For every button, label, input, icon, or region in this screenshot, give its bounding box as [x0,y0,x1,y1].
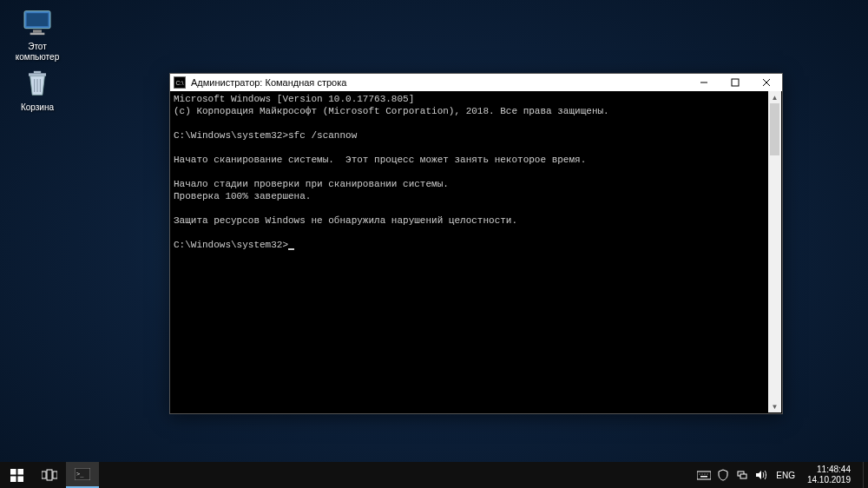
svg-rect-17 [42,472,46,478]
desktop-icon-recycle-bin[interactable]: Корзина [7,66,68,113]
svg-rect-4 [29,73,46,76]
cmd-line: Начато сканирование системы. Этот процес… [174,155,586,165]
svg-rect-16 [17,476,23,482]
tray-language[interactable]: ENG [773,471,799,480]
scroll-thumb[interactable] [770,103,779,155]
cursor [288,248,294,250]
taskbar-cmd-button[interactable]: >_ [66,462,99,488]
maximize-button[interactable] [720,74,751,91]
cmd-line: Защита ресурсов Windows не обнаружила на… [174,215,517,226]
tray-volume-icon[interactable] [753,462,769,488]
cmd-prompt: C:\Windows\system32> [174,240,288,250]
scroll-up-arrow[interactable]: ▲ [768,91,781,103]
cmd-line: Microsoft Windows [Version 10.0.17763.80… [174,94,414,104]
svg-rect-15 [10,476,16,482]
desktop-icon-label: Корзина [7,102,68,113]
svg-rect-14 [17,469,23,475]
svg-rect-10 [732,79,739,86]
tray-network-icon[interactable] [734,462,750,488]
svg-point-24 [700,474,700,475]
desktop-icon-label: Этот компьютер [7,42,68,63]
show-desktop-button[interactable] [863,462,868,488]
cmd-line: Проверка 100% завершена. [174,191,311,201]
svg-rect-5 [34,71,41,74]
tray-clock[interactable]: 11:48:44 14.10.2019 [802,465,856,485]
svg-rect-19 [53,472,57,478]
desktop: Этот компьютер Корзина C:\ Администратор… [0,0,868,462]
start-button[interactable] [0,462,33,488]
taskbar: >_ ENG 11:48:44 14.10.2019 [0,462,868,488]
cmd-icon: C:\ [174,76,186,89]
svg-rect-28 [700,476,707,478]
svg-text:>_: >_ [76,471,84,478]
svg-rect-3 [30,33,45,36]
tray-time: 11:48:44 [807,465,851,475]
svg-point-26 [705,474,706,475]
cmd-line: Начало стадии проверки при сканировании … [174,179,449,189]
cmd-titlebar[interactable]: C:\ Администратор: Командная строка [170,74,782,91]
svg-point-27 [707,474,708,475]
system-tray: ENG 11:48:44 14.10.2019 [696,462,863,488]
tray-date: 14.10.2019 [807,475,851,485]
cmd-body[interactable]: Microsoft Windows [Version 10.0.17763.80… [170,91,782,413]
desktop-icon-this-pc[interactable]: Этот компьютер [7,5,68,63]
minimize-button[interactable] [688,74,720,91]
scrollbar[interactable]: ▲ ▼ [768,91,781,412]
svg-rect-2 [33,30,42,32]
svg-rect-30 [740,474,746,478]
cmd-line: C:\Windows\system32>sfc /scannow [174,130,357,141]
cmd-title: Администратор: Командная строка [189,77,688,88]
taskbar-spacer [99,462,696,488]
tray-security-icon[interactable] [715,462,731,488]
computer-icon [20,5,55,40]
svg-rect-13 [10,469,16,475]
cmd-window: C:\ Администратор: Командная строка Micr… [169,73,783,414]
svg-rect-18 [47,470,52,480]
scroll-down-arrow[interactable]: ▼ [768,400,781,412]
recycle-bin-icon [20,66,55,101]
svg-rect-22 [697,472,711,479]
tray-keyboard-icon[interactable] [696,462,712,488]
svg-rect-1 [27,13,49,26]
task-view-button[interactable] [33,462,66,488]
close-button[interactable] [751,74,782,91]
cmd-line: (c) Корпорация Майкрософт (Microsoft Cor… [174,106,609,116]
svg-point-25 [702,474,703,475]
window-controls [688,74,782,91]
